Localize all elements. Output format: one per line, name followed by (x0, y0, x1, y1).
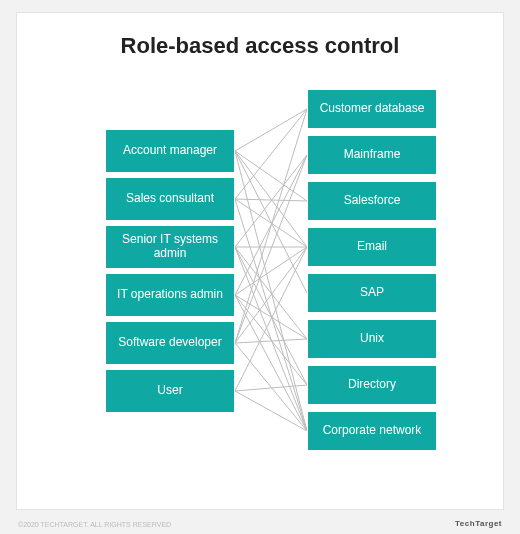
resource-unix: Unix (307, 319, 437, 359)
resource-corporate-network: Corporate network (307, 411, 437, 451)
conn-software-developer-to-customer-database (235, 109, 307, 343)
role-it-operations-admin: IT operations admin (105, 273, 235, 317)
conn-sales-consultant-to-email (235, 199, 307, 247)
conn-account-manager-to-sap (235, 151, 307, 293)
page-root: Role-based access control Account manage… (0, 0, 520, 534)
resource-salesforce: Salesforce (307, 181, 437, 221)
role-account-manager: Account manager (105, 129, 235, 173)
role-user: User (105, 369, 235, 413)
footer-brand: TechTarget (455, 519, 502, 528)
conn-sales-consultant-to-customer-database (235, 109, 307, 199)
resource-directory: Directory (307, 365, 437, 405)
conn-it-operations-admin-to-unix (235, 295, 307, 339)
footer-brand-bold: TechTarget (455, 519, 502, 528)
copyright-text: ©2020 TECHTARGET. ALL RIGHTS RESERVED (18, 521, 171, 528)
role-sales-consultant: Sales consultant (105, 177, 235, 221)
diagram-frame: Role-based access control Account manage… (16, 12, 504, 510)
resource-mainframe: Mainframe (307, 135, 437, 175)
resource-email: Email (307, 227, 437, 267)
role-senior-it-systems-admin: Senior IT systems admin (105, 225, 235, 269)
resource-sap: SAP (307, 273, 437, 313)
resource-customer-database: Customer database (307, 89, 437, 129)
role-software-developer: Software developer (105, 321, 235, 365)
